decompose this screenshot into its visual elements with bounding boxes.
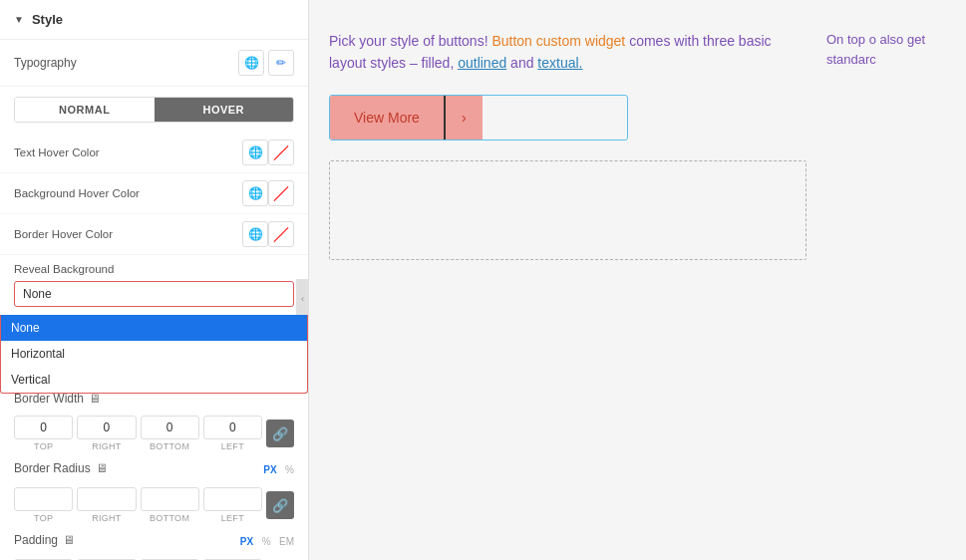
style-header-label: Style xyxy=(32,12,63,27)
globe-icon: 🌐 xyxy=(248,186,263,200)
description-text: Pick your style of buttons! Button custo… xyxy=(329,30,806,75)
padding-percent-badge[interactable]: % xyxy=(262,536,271,547)
text-hover-globe-btn[interactable]: 🌐 xyxy=(242,140,268,165)
radius-right-wrap: RIGHT xyxy=(77,487,136,523)
border-width-label: Border Width xyxy=(14,392,84,406)
dropdown-item-horizontal[interactable]: Horizontal xyxy=(1,341,307,367)
border-top-wrap: TOP xyxy=(14,416,73,451)
right-panel: Pick your style of buttons! Button custo… xyxy=(309,0,966,560)
border-radius-section: Border Radius 🖥 PX % TOP RIGHT xyxy=(0,453,308,525)
border-hover-color-row: Border Hover Color 🌐 xyxy=(0,214,308,255)
border-hover-color-label: Border Hover Color xyxy=(14,228,113,240)
typography-icons: 🌐 ✏ xyxy=(238,50,294,76)
style-header[interactable]: ▼ Style xyxy=(0,0,308,40)
radius-right-label: RIGHT xyxy=(92,513,122,523)
radius-bottom-wrap: BOTTOM xyxy=(141,487,199,523)
border-radius-grid: TOP RIGHT BOTTOM LEFT 🔗 xyxy=(14,487,294,523)
reveal-background-select[interactable]: None Horizontal Vertical xyxy=(14,281,294,307)
border-top-label: TOP xyxy=(34,441,53,451)
text-hover-color-row: Text Hover Color 🌐 xyxy=(0,133,308,173)
bg-hover-color-label: Background Hover Color xyxy=(14,187,140,199)
border-right-input[interactable] xyxy=(77,416,136,439)
text-hover-color-label: Text Hover Color xyxy=(14,146,100,158)
radius-bottom-label: BOTTOM xyxy=(150,513,189,523)
px-badge[interactable]: PX xyxy=(263,464,276,475)
border-radius-units: PX % xyxy=(263,459,294,477)
border-hover-globe-btn[interactable]: 🌐 xyxy=(242,221,268,247)
radius-right-input[interactable] xyxy=(77,487,136,511)
dropdown-item-none[interactable]: None xyxy=(1,315,307,341)
border-bottom-label: BOTTOM xyxy=(150,441,189,451)
tab-normal[interactable]: NORMAL xyxy=(15,98,155,122)
border-width-label-row: Border Width 🖥 xyxy=(14,392,101,406)
border-left-wrap: LEFT xyxy=(203,416,262,451)
border-link-btn[interactable]: 🔗 xyxy=(266,420,294,447)
border-bottom-wrap: BOTTOM xyxy=(141,416,199,451)
typography-row: Typography 🌐 ✏ xyxy=(0,40,308,87)
border-radius-label: Border Radius xyxy=(14,461,91,475)
padding-units: PX % EM xyxy=(240,531,294,549)
reveal-background-label: Reveal Background xyxy=(14,263,294,275)
padding-em-badge[interactable]: EM xyxy=(279,536,294,547)
percent-badge[interactable]: % xyxy=(285,464,294,475)
content-area: Pick your style of buttons! Button custo… xyxy=(329,30,946,260)
slash-line xyxy=(274,227,289,242)
monitor-icon: 🖥 xyxy=(89,392,101,406)
bg-hover-slash-btn[interactable] xyxy=(268,180,294,206)
border-radius-header: Border Radius 🖥 PX % xyxy=(0,453,308,481)
radius-left-label: LEFT xyxy=(221,513,244,523)
globe-icon: 🌐 xyxy=(248,145,263,159)
tab-hover[interactable]: HOVER xyxy=(155,98,294,122)
reveal-dropdown-wrapper: None Horizontal Vertical ← xyxy=(14,281,294,307)
border-bottom-input[interactable] xyxy=(141,416,199,439)
pencil-button[interactable]: ✏ xyxy=(268,50,294,76)
border-right-wrap: RIGHT xyxy=(77,416,136,451)
padding-label: Padding xyxy=(14,533,58,547)
btn-arrow-button[interactable]: › xyxy=(446,96,483,140)
bg-hover-globe-btn[interactable]: 🌐 xyxy=(242,180,268,206)
bg-hover-color-row: Background Hover Color 🌐 xyxy=(0,173,308,214)
side-text: On top o also get standarc xyxy=(826,30,946,260)
border-hover-slash-btn[interactable] xyxy=(268,221,294,247)
desc-part3: and xyxy=(506,55,537,71)
text-hover-slash-btn[interactable] xyxy=(268,140,294,165)
side-text-content: On top o also get standarc xyxy=(826,32,925,67)
radius-link-btn[interactable]: 🔗 xyxy=(266,491,294,519)
border-right-label: RIGHT xyxy=(92,441,122,451)
border-width-inputs: TOP RIGHT BOTTOM LEFT 🔗 xyxy=(0,410,308,453)
desc-highlight: Button custom widget xyxy=(491,33,625,49)
desc-link2[interactable]: textual. xyxy=(537,55,582,71)
slash-line xyxy=(274,145,289,160)
border-width-grid: TOP RIGHT BOTTOM LEFT 🔗 xyxy=(14,416,294,451)
slash-line xyxy=(274,186,289,201)
border-top-input[interactable] xyxy=(14,416,73,439)
border-hover-icons: 🌐 xyxy=(242,221,294,247)
globe-button[interactable]: 🌐 xyxy=(238,50,264,76)
radius-left-wrap: LEFT xyxy=(203,487,262,523)
padding-monitor-icon: 🖥 xyxy=(63,533,75,547)
style-panel: ▼ Style Typography 🌐 ✏ NORMAL HOVER Text… xyxy=(0,0,309,560)
border-left-label: LEFT xyxy=(221,441,244,451)
border-left-input[interactable] xyxy=(203,416,262,439)
padding-inputs: TOP RIGHT BOTTOM LEFT 🔗 xyxy=(0,553,308,560)
dashed-placeholder-box xyxy=(329,160,806,260)
dropdown-item-vertical[interactable]: Vertical xyxy=(1,367,307,393)
border-radius-label-row: Border Radius 🖥 xyxy=(14,461,108,475)
tab-row: NORMAL HOVER xyxy=(14,97,294,123)
padding-header: Padding 🖥 PX % EM xyxy=(0,525,308,553)
padding-label-row: Padding 🖥 xyxy=(14,533,75,547)
reveal-background-section: Reveal Background None Horizontal Vertic… xyxy=(0,255,308,316)
button-widget: View More › xyxy=(329,95,628,140)
padding-px-badge[interactable]: PX xyxy=(240,536,253,547)
typography-label: Typography xyxy=(14,56,77,70)
panel-collapse-btn[interactable]: ‹ xyxy=(296,279,309,319)
link-icon: 🔗 xyxy=(272,426,288,441)
pencil-icon: ✏ xyxy=(276,56,286,70)
desc-link1[interactable]: outlined xyxy=(458,55,506,71)
text-hover-icons: 🌐 xyxy=(242,140,294,165)
radius-bottom-input[interactable] xyxy=(141,487,199,511)
view-more-button[interactable]: View More xyxy=(330,96,444,140)
radius-top-input[interactable] xyxy=(14,487,73,511)
radius-left-input[interactable] xyxy=(203,487,262,511)
globe-icon: 🌐 xyxy=(248,227,263,241)
